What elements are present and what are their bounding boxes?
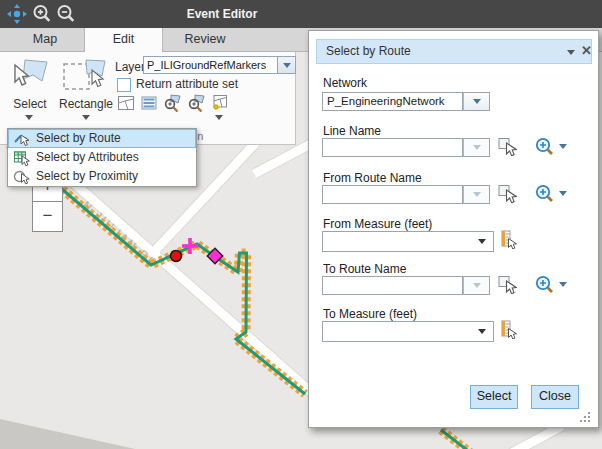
menu-item-label: Select by Attributes	[36, 150, 139, 164]
from-measure-label: From Measure (feet)	[323, 217, 432, 231]
menu-item-select-by-attributes[interactable]: Select by Attributes	[8, 148, 196, 167]
from-route-name-combo-value	[322, 185, 463, 204]
to-route-zoom-caret-icon[interactable]	[559, 282, 567, 287]
from-route-zoom-caret-icon[interactable]	[559, 191, 567, 196]
to-route-name-label: To Route Name	[323, 262, 406, 276]
panel-close-icon[interactable]: ✕	[581, 43, 592, 58]
select-dropdown-menu: Select by Route Select by Attributes Sel…	[7, 128, 197, 187]
menu-item-label: Select by Route	[36, 131, 121, 145]
panel-collapse-caret-icon[interactable]	[567, 50, 575, 55]
to-route-select-on-map-icon[interactable]	[498, 275, 517, 298]
panel-title: Select by Route	[326, 40, 411, 63]
from-measure-ruler-icon[interactable]	[499, 230, 518, 253]
tab-review[interactable]: Review	[162, 28, 248, 51]
select-dropdown-caret-icon[interactable]	[25, 115, 33, 120]
line-name-zoom-icon[interactable]	[535, 137, 554, 160]
close-button[interactable]: Close	[531, 385, 579, 409]
from-route-name-combo-arrow-button[interactable]	[463, 185, 490, 204]
to-measure-combo[interactable]	[322, 321, 494, 342]
line-name-combo-arrow-button[interactable]	[463, 138, 490, 157]
network-combo[interactable]: P_EngineeringNetwork	[322, 92, 490, 111]
from-route-select-on-map-icon[interactable]	[498, 184, 517, 207]
return-attribute-set-label: Return attribute set	[136, 77, 238, 91]
select-by-proximity-icon	[13, 168, 30, 191]
line-name-label: Line Name	[323, 124, 381, 138]
layer-combo[interactable]: P_ILIGroundRefMarkers	[143, 56, 296, 74]
red-point-marker	[171, 251, 182, 262]
from-route-name-combo[interactable]	[322, 185, 490, 204]
select-by-route-panel: Select by Route ✕ Network P_EngineeringN…	[308, 30, 599, 428]
line-name-combo-value	[322, 138, 463, 157]
tab-map[interactable]: Map	[6, 28, 84, 51]
titlebar: Event Editor	[0, 0, 602, 28]
selection-options-caret-icon[interactable]	[215, 115, 223, 120]
line-name-zoom-caret-icon[interactable]	[559, 144, 567, 149]
map-zoom-out-button[interactable]: −	[32, 201, 63, 232]
to-route-zoom-icon[interactable]	[535, 275, 554, 298]
menu-item-label: Select by Proximity	[36, 169, 138, 183]
to-measure-label: To Measure (feet)	[323, 307, 417, 321]
from-route-zoom-icon[interactable]	[535, 184, 554, 207]
select-button[interactable]: Select	[470, 385, 518, 409]
selection-options-icon[interactable]	[210, 94, 228, 112]
pan-to-selection-icon[interactable]	[187, 94, 205, 112]
to-route-name-combo-value	[322, 276, 463, 295]
to-route-name-combo[interactable]	[322, 276, 490, 295]
parcel-polygon-icon[interactable]	[117, 94, 135, 112]
to-route-name-combo-arrow-button[interactable]	[463, 276, 490, 295]
layer-combo-value: P_ILIGroundRefMarkers	[143, 56, 278, 74]
panel-header[interactable]: Select by Route ✕	[316, 39, 592, 64]
return-attribute-set-checkbox[interactable]	[117, 78, 131, 92]
rectangle-tool-button[interactable]: Rectangle	[58, 55, 114, 133]
network-combo-value: P_EngineeringNetwork	[322, 92, 463, 111]
select-tool-label: Select	[4, 97, 56, 111]
app-title: Event Editor	[0, 0, 444, 28]
network-label: Network	[323, 76, 367, 90]
to-measure-ruler-icon[interactable]	[499, 320, 518, 343]
rectangle-tool-label: Rectangle	[58, 97, 114, 111]
panel-resize-grip[interactable]	[580, 412, 582, 414]
from-route-name-label: From Route Name	[323, 171, 422, 185]
from-measure-combo[interactable]	[322, 231, 494, 252]
rectangle-dropdown-caret-icon[interactable]	[82, 115, 90, 120]
select-tool-icon	[8, 57, 50, 99]
network-combo-arrow-button[interactable]	[463, 92, 490, 111]
zoom-to-selection-icon[interactable]	[163, 94, 181, 112]
menu-item-select-by-proximity[interactable]: Select by Proximity	[8, 167, 196, 186]
line-name-select-on-map-icon[interactable]	[498, 137, 517, 160]
layer-combo-arrow-button[interactable]	[278, 56, 296, 74]
select-tool-button[interactable]: Select	[4, 55, 56, 133]
rectangle-tool-icon	[62, 57, 108, 99]
line-name-combo[interactable]	[322, 138, 490, 157]
tab-edit[interactable]: Edit	[84, 28, 163, 52]
attribute-list-icon[interactable]	[140, 94, 158, 112]
event-editor-window: N JULIAN RD + −	[0, 0, 602, 449]
menu-item-select-by-route[interactable]: Select by Route	[8, 129, 196, 148]
